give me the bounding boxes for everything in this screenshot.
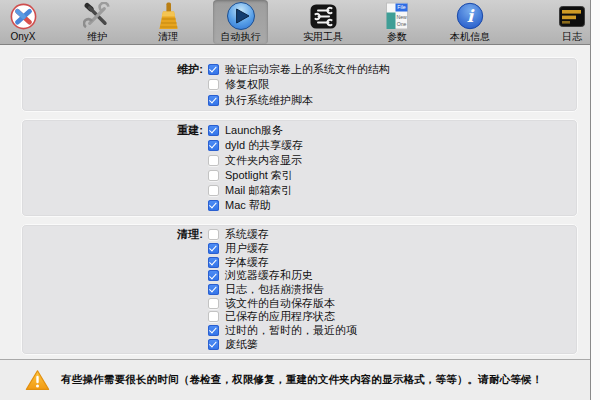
section-label-rebuild: 重建: <box>22 123 208 138</box>
onyx-window: OnyX维护清理自动执行实用工具FileNewOne参数i本机信息日志 维护:验… <box>0 0 591 400</box>
checkbox[interactable] <box>208 339 219 350</box>
checkbox[interactable] <box>208 95 219 106</box>
svg-text:New: New <box>396 14 407 20</box>
checkbox-label: dyld 的共享缓存 <box>225 138 303 153</box>
toolbar-item-automation[interactable]: 自动执行 <box>213 0 268 44</box>
checkbox[interactable] <box>208 270 219 281</box>
toolbar-item-parameters[interactable]: FileNewOne参数 <box>374 0 420 44</box>
checkbox[interactable] <box>208 185 219 196</box>
section-rebuild: 重建:Launch服务dyld 的共享缓存文件夹内容显示Spotlight 索引… <box>21 119 578 217</box>
parameters-menu-icon: FileNewOne <box>385 1 409 31</box>
toolbar-item-onyx[interactable]: OnyX <box>2 0 44 44</box>
footer-warning-bar: 有些操作需要很长的时间（卷检查，权限修复，重建的文件夹内容的显示格式，等等）。请… <box>0 359 591 400</box>
checkbox[interactable] <box>208 298 219 309</box>
checkbox-row[interactable]: 维护:验证启动宗卷上的系统文件的结构 <box>22 62 577 77</box>
toolbar-item-label: OnyX <box>10 31 35 43</box>
checkbox-row[interactable]: 废纸篓 <box>22 337 577 351</box>
checkbox-row[interactable]: 已保存的应用程序状态 <box>22 310 577 324</box>
info-icon: i <box>456 1 484 31</box>
section-label-cleaning: 清理: <box>22 227 208 242</box>
checkbox-row[interactable]: 文件夹内容显示 <box>22 153 577 168</box>
maintenance-tools-icon <box>83 1 111 31</box>
checkbox-row[interactable]: 该文件的自动保存版本 <box>22 296 577 310</box>
checkbox[interactable] <box>208 170 219 181</box>
toolbar-item-label: 日志 <box>562 31 582 43</box>
logs-terminal-icon <box>559 1 585 31</box>
automation-play-icon <box>226 1 256 31</box>
checkbox-label: 文件夹内容显示 <box>225 153 302 168</box>
checkbox[interactable] <box>208 311 219 322</box>
svg-text:File: File <box>397 4 405 10</box>
checkbox[interactable] <box>208 243 219 254</box>
checkbox-row[interactable]: 执行系统维护脚本 <box>22 93 577 108</box>
checkbox-row[interactable]: Spotlight 索引 <box>22 168 577 183</box>
checkbox[interactable] <box>208 200 219 211</box>
checkbox-row[interactable]: 过时的，暂时的，最近的项 <box>22 324 577 338</box>
onyx-logo-icon <box>10 1 37 31</box>
checkbox[interactable] <box>208 64 219 75</box>
svg-text:One: One <box>397 21 407 27</box>
checkbox[interactable] <box>208 79 219 90</box>
toolbar-item-label: 自动执行 <box>221 31 261 43</box>
checkbox-label: 废纸篓 <box>225 337 258 352</box>
section-cleaning: 清理:系统缓存用户缓存字体缓存浏览器缓存和历史日志，包括崩溃报告该文件的自动保存… <box>21 224 578 355</box>
checkbox-label: 修复权限 <box>225 77 269 92</box>
checkbox-row[interactable]: 用户缓存 <box>22 242 577 256</box>
toolbar-item-label: 本机信息 <box>450 31 490 43</box>
toolbar-item-label: 清理 <box>158 31 178 43</box>
checkbox-label: 执行系统维护脚本 <box>225 93 313 108</box>
checkbox[interactable] <box>208 257 219 268</box>
checkbox-label: Launch服务 <box>225 123 283 138</box>
checkbox-row[interactable]: 重建:Launch服务 <box>22 123 577 138</box>
toolbar-item-label: 参数 <box>387 31 407 43</box>
checkbox-label: Spotlight 索引 <box>225 168 293 183</box>
automation-pane: 维护:验证启动宗卷上的系统文件的结构修复权限执行系统维护脚本重建:Launch服… <box>0 45 591 359</box>
checkbox-row[interactable]: 清理:系统缓存 <box>22 228 577 242</box>
warning-triangle-icon <box>25 369 50 391</box>
cleaning-broom-icon <box>155 1 181 31</box>
toolbar-item-info[interactable]: i本机信息 <box>443 0 497 44</box>
checkbox[interactable] <box>208 325 219 336</box>
checkbox-label: Mail 邮箱索引 <box>225 183 292 198</box>
checkbox[interactable] <box>208 140 219 151</box>
checkbox-row[interactable]: 字体缓存 <box>22 255 577 269</box>
checkbox-row[interactable]: 日志，包括崩溃报告 <box>22 283 577 297</box>
section-maintenance: 维护:验证启动宗卷上的系统文件的结构修复权限执行系统维护脚本 <box>21 57 578 112</box>
checkbox-row[interactable]: Mail 邮箱索引 <box>22 183 577 198</box>
checkbox[interactable] <box>208 155 219 166</box>
checkbox-label: 验证启动宗卷上的系统文件的结构 <box>225 62 390 77</box>
checkbox-row[interactable]: dyld 的共享缓存 <box>22 138 577 153</box>
checkbox-row[interactable]: 浏览器缓存和历史 <box>22 269 577 283</box>
checkbox[interactable] <box>208 125 219 136</box>
toolbar-item-logs[interactable]: 日志 <box>551 0 593 44</box>
checkbox[interactable] <box>208 229 219 240</box>
toolbar: OnyX维护清理自动执行实用工具FileNewOne参数i本机信息日志 <box>0 0 591 45</box>
toolbar-item-utilities[interactable]: 实用工具 <box>296 0 350 44</box>
checkbox-row[interactable]: 修复权限 <box>22 77 577 92</box>
checkbox-label: Mac 帮助 <box>225 198 271 213</box>
toolbar-item-cleaning[interactable]: 清理 <box>144 0 192 44</box>
section-label-maintenance: 维护: <box>22 62 208 77</box>
desktop-edge-strip <box>590 0 600 400</box>
toolbar-item-maintenance[interactable]: 维护 <box>73 0 121 44</box>
toolbar-item-label: 维护 <box>87 31 107 43</box>
warning-text: 有些操作需要很长的时间（卷检查，权限修复，重建的文件夹内容的显示格式，等等）。请… <box>61 373 543 387</box>
checkbox-row[interactable]: Mac 帮助 <box>22 198 577 213</box>
checkbox[interactable] <box>208 284 219 295</box>
utilities-wrenches-icon <box>310 1 337 31</box>
toolbar-item-label: 实用工具 <box>303 31 343 43</box>
